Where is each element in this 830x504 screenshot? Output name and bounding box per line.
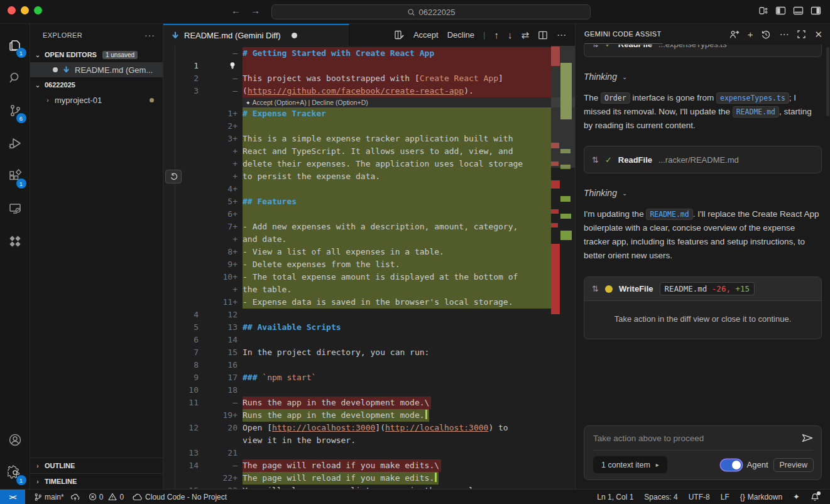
diff-line[interactable]: +to persist the expense data. [163, 170, 575, 183]
close-panel-icon[interactable]: ✕ [814, 29, 822, 40]
open-preview-icon[interactable] [394, 30, 405, 40]
expand-collapse-icon[interactable]: ⇅ [592, 284, 599, 293]
chat-input[interactable] [593, 434, 800, 443]
accept-button[interactable]: Accept [413, 30, 439, 40]
activity-explorer[interactable]: 1 [0, 29, 30, 62]
cursor-position-status[interactable]: Ln 1, Col 1 [597, 493, 633, 501]
diff-line[interactable]: 10+- The total expense amount is display… [163, 271, 575, 283]
nav-back-button[interactable]: ← [231, 5, 241, 16]
decline-button[interactable]: Decline [447, 30, 474, 40]
minimap[interactable] [551, 46, 575, 489]
toggle-inline-view-icon[interactable]: ⇄ [521, 30, 529, 41]
diff-line[interactable]: 2—This project was bootstrapped with [Cr… [163, 72, 575, 85]
open-editor-item-readme[interactable]: README.md (Gem... [30, 62, 163, 77]
diff-line[interactable]: 4+ [163, 183, 575, 195]
chat-scroll-area[interactable]: ⇅ ✓ ReadFile ...expenseTypes.ts Thinking… [576, 45, 830, 489]
previous-change-icon[interactable]: ↑ [494, 30, 499, 40]
activity-extensions[interactable]: 1 [0, 160, 30, 192]
thinking-toggle[interactable]: Thinking ⌄ [584, 72, 822, 82]
cloud-code-status[interactable]: Cloud Code - No Project [133, 493, 227, 501]
unsaved-dot-icon[interactable] [292, 33, 297, 38]
tree-item-myproject[interactable]: › myproject-01 [30, 92, 163, 107]
diff-line[interactable]: 5+## Features [163, 195, 575, 208]
lightbulb-icon[interactable] [229, 62, 236, 70]
diff-line[interactable]: 8+- View a list of all expenses in a tab… [163, 246, 575, 258]
tab-readme-gemini-diff[interactable]: README.md (Gemini Diff) [163, 24, 349, 46]
diff-line[interactable]: 614 [163, 334, 575, 346]
file-reference-chip[interactable]: README.md [646, 209, 692, 220]
diff-editor[interactable]: —# Getting Started with Create React App… [163, 46, 575, 489]
diff-line[interactable]: 11+- Expense data is saved in the browse… [163, 296, 575, 309]
agent-mode-toggle[interactable] [721, 459, 742, 471]
file-reference-chip[interactable]: README.md [733, 106, 779, 118]
history-icon[interactable] [761, 30, 771, 40]
notifications-bell[interactable] [811, 493, 819, 501]
remote-indicator[interactable]: >< [0, 490, 25, 504]
diff-line[interactable]: 11—Runs the app in the development mode.… [163, 397, 575, 409]
diff-line[interactable]: 715In the project directory, you can run… [163, 346, 575, 359]
command-center-search[interactable]: 06222025 [271, 4, 591, 19]
context-items-button[interactable]: 1 context item ▸ [593, 456, 667, 473]
customize-layout-icon[interactable] [758, 6, 768, 16]
diff-line[interactable]: 19+Runs the app in the development mode. [163, 409, 575, 422]
toggle-primary-sidebar-icon[interactable] [775, 6, 786, 16]
diff-line[interactable]: 14—The page will reload if you make edit… [163, 459, 575, 472]
toggle-secondary-sidebar-icon[interactable] [811, 6, 821, 16]
new-chat-icon[interactable]: + [748, 29, 753, 40]
activity-run-debug[interactable] [0, 127, 30, 160]
inline-code-chip[interactable]: Order [601, 92, 630, 104]
open-editors-header[interactable]: ⌄ OPEN EDITORS 1 unsaved [30, 47, 163, 62]
gemini-sparkle-icon[interactable]: ✦ [793, 492, 800, 501]
send-icon[interactable] [801, 432, 814, 444]
diff-line[interactable]: 22+The page will reload if you make edit… [163, 472, 575, 485]
diff-line[interactable]: 1321 [163, 447, 575, 459]
indentation-status[interactable]: Spaces: 4 [644, 493, 677, 501]
diff-line[interactable]: 1220Open [http://localhost:3000](http://… [163, 422, 575, 434]
activity-search[interactable] [0, 62, 30, 94]
close-window-button[interactable] [8, 6, 16, 14]
expand-collapse-icon[interactable]: ⇅ [592, 155, 599, 165]
expand-collapse-icon[interactable]: ⇅ [592, 45, 599, 49]
split-editor-icon[interactable] [538, 30, 548, 40]
panel-title-tab[interactable]: GEMINI CODE ASSIST [584, 25, 663, 44]
more-actions-icon[interactable]: ⋯ [557, 30, 566, 41]
file-reference-chip[interactable]: expenseTypes.ts [716, 92, 789, 104]
diff-line[interactable]: 9+- Delete expenses from the list. [163, 258, 575, 271]
diff-line[interactable]: 3—(https://github.com/facebook/create-re… [163, 85, 575, 97]
panel-scrollbar[interactable] [826, 47, 829, 116]
timeline-section-header[interactable]: › TIMELINE [30, 473, 163, 489]
inline-diff-hint[interactable]: ✦Accept (Option+A) | Decline (Option+D) [163, 97, 575, 107]
minimap-slider[interactable] [551, 46, 575, 168]
activity-settings[interactable]: 1 [0, 456, 30, 489]
problems-status[interactable]: 0 0 [89, 493, 124, 501]
diff-line[interactable]: 1+# Expense Tracker [163, 107, 575, 120]
diff-line[interactable]: view it in the browser. [163, 434, 575, 447]
outline-section-header[interactable]: › OUTLINE [30, 457, 163, 473]
more-actions-icon[interactable]: ⋯ [779, 29, 789, 40]
diff-line[interactable]: 3+This is a simple expense tracker appli… [163, 133, 575, 145]
activity-remote-explorer[interactable] [0, 192, 30, 225]
diff-line[interactable]: 6+ [163, 208, 575, 221]
diff-line[interactable]: +the table. [163, 283, 575, 296]
share-feedback-icon[interactable] [729, 30, 740, 40]
explorer-more-actions-icon[interactable]: ··· [145, 30, 155, 40]
tool-card-readfile-expensetypes[interactable]: ⇅ ✓ ReadFile ...expenseTypes.ts [584, 45, 822, 57]
toggle-panel-icon[interactable] [793, 6, 804, 16]
nav-forward-button[interactable]: → [251, 5, 260, 16]
expand-panel-icon[interactable] [797, 30, 806, 39]
language-mode-status[interactable]: {} Markdown [740, 493, 782, 501]
diff-line[interactable]: 412 [163, 309, 575, 321]
diff-line[interactable]: 816 [163, 359, 575, 371]
maximize-window-button[interactable] [34, 6, 42, 14]
activity-source-control[interactable]: 6 [0, 94, 30, 127]
next-change-icon[interactable]: ↓ [508, 30, 513, 40]
diff-line[interactable]: 1018 [163, 384, 575, 397]
eol-status[interactable]: LF [721, 493, 729, 501]
branch-status[interactable]: main* [34, 493, 80, 501]
tool-card-writefile[interactable]: ⇅ WriteFile README.md -26, +15 Take acti… [584, 277, 822, 339]
revert-change-button[interactable] [165, 170, 182, 184]
activity-account[interactable] [0, 424, 30, 456]
diff-line[interactable]: 7+- Add new expenses with a description,… [163, 221, 575, 233]
minimize-window-button[interactable] [21, 6, 29, 14]
activity-gemini[interactable] [0, 225, 30, 258]
